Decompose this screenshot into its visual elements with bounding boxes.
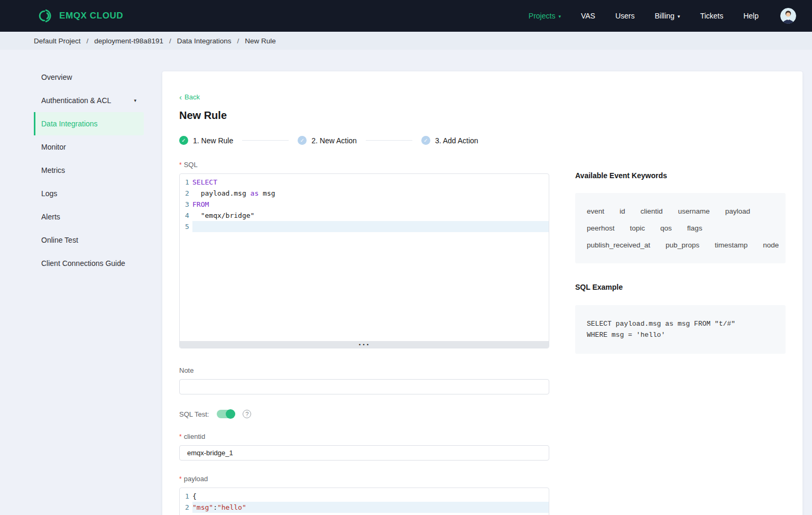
help-icon[interactable]: ? bbox=[243, 410, 251, 418]
help-panel: Available Event Keywords eventidclientid… bbox=[575, 161, 786, 515]
code-line[interactable]: 2 payload.msg as msg bbox=[180, 188, 549, 199]
code-line[interactable]: 1SELECT bbox=[180, 177, 549, 188]
nav-item-vas[interactable]: VAS bbox=[571, 0, 605, 32]
code-token: SELECT bbox=[192, 178, 217, 186]
toggle-knob bbox=[226, 409, 235, 419]
code-line[interactable]: 5 bbox=[180, 221, 549, 232]
line-number: 1 bbox=[180, 491, 192, 502]
event-keyword: node bbox=[763, 241, 779, 249]
code-line-content: { bbox=[192, 491, 549, 502]
sidebar-item-client-connections-guide[interactable]: Client Connections Guide bbox=[34, 252, 144, 275]
nav-item-label: Tickets bbox=[700, 12, 723, 20]
chevron-down-icon: ▾ bbox=[558, 14, 561, 19]
code-line-content: "emqx/bridge" bbox=[192, 210, 549, 221]
event-keyword: event bbox=[587, 207, 604, 215]
sidebar-item-online-test[interactable]: Online Test bbox=[34, 228, 144, 252]
sql-example-title: SQL Example bbox=[575, 283, 786, 291]
breadcrumb-item[interactable]: Data Integrations bbox=[177, 37, 232, 45]
sidebar-item-overview[interactable]: Overview bbox=[34, 66, 144, 89]
note-input[interactable] bbox=[179, 379, 549, 394]
breadcrumb: Default Project/deployment-t98a8191/Data… bbox=[0, 32, 812, 50]
sql-code-area[interactable]: 1SELECT2 payload.msg as msg3FROM4 "emqx/… bbox=[180, 174, 549, 341]
sidebar-item-metrics[interactable]: Metrics bbox=[34, 159, 144, 182]
nav-item-billing[interactable]: Billing▾ bbox=[644, 0, 690, 32]
code-line-content: "msg":"hello" bbox=[192, 502, 549, 513]
code-line[interactable]: 2"msg":"hello" bbox=[180, 502, 549, 513]
line-number: 1 bbox=[180, 177, 192, 188]
step-label: 3. Add Action bbox=[435, 136, 478, 145]
back-label: Back bbox=[184, 93, 200, 101]
emqx-logo-icon bbox=[34, 8, 54, 23]
nav-item-label: Users bbox=[615, 12, 635, 20]
sidebar-item-label: Client Connections Guide bbox=[41, 259, 125, 268]
code-token: { bbox=[192, 492, 197, 500]
code-token: "emqx/bridge" bbox=[192, 211, 254, 219]
step-label: 2. New Action bbox=[311, 136, 357, 145]
breadcrumb-separator: / bbox=[237, 37, 239, 45]
nav-item-label: Billing bbox=[654, 12, 674, 20]
code-token: : bbox=[213, 503, 217, 511]
code-line-content bbox=[192, 221, 549, 232]
payload-editor[interactable]: 1{2"msg":"hello"3} bbox=[179, 488, 549, 515]
emqx-logo[interactable]: EMQX CLOUD bbox=[34, 8, 123, 23]
payload-code-area[interactable]: 1{2"msg":"hello"3} bbox=[180, 488, 549, 515]
sql-example-line: SELECT payload.msg as msg FROM "t/#" bbox=[587, 318, 774, 329]
payload-field-label: * payload bbox=[179, 475, 549, 483]
code-token: as bbox=[251, 189, 259, 197]
sidebar-item-data-integrations[interactable]: Data Integrations bbox=[34, 112, 144, 135]
chevron-down-icon: ▾ bbox=[678, 14, 680, 19]
sql-editor[interactable]: 1SELECT2 payload.msg as msg3FROM4 "emqx/… bbox=[179, 173, 549, 348]
breadcrumb-item[interactable]: Default Project bbox=[34, 37, 81, 45]
sidebar-item-monitor[interactable]: Monitor bbox=[34, 135, 144, 159]
sidebar-item-logs[interactable]: Logs bbox=[34, 182, 144, 205]
top-navbar: EMQX CLOUD Projects▾VASUsersBilling▾Tick… bbox=[0, 0, 812, 32]
code-line[interactable]: 3FROM bbox=[180, 199, 549, 210]
editor-resize-handle[interactable]: ••• bbox=[180, 341, 549, 348]
event-keyword: flags bbox=[687, 224, 703, 232]
code-token: FROM bbox=[192, 200, 209, 208]
line-number: 3 bbox=[180, 199, 192, 210]
nav-item-tickets[interactable]: Tickets bbox=[690, 0, 733, 32]
line-number: 2 bbox=[180, 188, 192, 199]
code-line[interactable]: 3} bbox=[180, 513, 549, 515]
step-check-icon: ✓ bbox=[179, 136, 188, 145]
clientid-input[interactable] bbox=[179, 445, 549, 461]
breadcrumb-item[interactable]: deployment-t98a8191 bbox=[94, 37, 163, 45]
code-token: payload.msg bbox=[192, 189, 251, 197]
event-keyword: publish_received_at bbox=[587, 241, 650, 249]
wizard-step: ✓1. New Rule bbox=[179, 136, 233, 145]
event-keyword: topic bbox=[630, 224, 645, 232]
chevron-down-icon: ▾ bbox=[134, 98, 136, 103]
event-keyword: clientid bbox=[641, 207, 663, 215]
step-label: 1. New Rule bbox=[193, 136, 233, 145]
line-number: 3 bbox=[180, 513, 192, 515]
nav-item-users[interactable]: Users bbox=[605, 0, 645, 32]
sql-field-label: * SQL bbox=[179, 161, 549, 169]
sidebar-item-authentication-acl[interactable]: Authentication & ACL▾ bbox=[34, 89, 144, 112]
navbar-menu: Projects▾VASUsersBilling▾TicketsHelp bbox=[519, 0, 769, 32]
nav-item-projects[interactable]: Projects▾ bbox=[519, 0, 571, 32]
line-number: 5 bbox=[180, 221, 192, 232]
sql-test-toggle[interactable] bbox=[217, 410, 235, 418]
sql-example-line: WHERE msg = 'hello' bbox=[587, 329, 774, 341]
code-line[interactable]: 1{ bbox=[180, 491, 549, 502]
breadcrumb-item[interactable]: New Rule bbox=[245, 37, 276, 45]
sidebar-item-label: Data Integrations bbox=[41, 119, 98, 128]
logo-text: EMQX CLOUD bbox=[59, 11, 123, 21]
keywords-title: Available Event Keywords bbox=[575, 171, 786, 180]
wizard-stepper: ✓1. New Rule✓2. New Action✓3. Add Action bbox=[179, 136, 786, 145]
keywords-box: eventidclientidusernamepayloadpeerhostto… bbox=[575, 193, 786, 263]
event-keyword: pub_props bbox=[666, 241, 699, 249]
clientid-field-label: * clientid bbox=[179, 433, 549, 440]
back-chevron-icon: ‹ bbox=[179, 93, 182, 101]
wizard-step: ✓3. Add Action bbox=[421, 136, 478, 145]
back-button[interactable]: ‹ Back bbox=[179, 93, 200, 101]
code-line-content: SELECT bbox=[192, 177, 549, 188]
sidebar-item-label: Online Test bbox=[41, 236, 78, 244]
sidebar-item-alerts[interactable]: Alerts bbox=[34, 205, 144, 228]
sidebar-item-label: Logs bbox=[41, 189, 57, 198]
code-line[interactable]: 4 "emqx/bridge" bbox=[180, 210, 549, 221]
user-avatar[interactable] bbox=[780, 8, 796, 24]
nav-item-help[interactable]: Help bbox=[733, 0, 769, 32]
code-token: msg bbox=[259, 189, 275, 197]
